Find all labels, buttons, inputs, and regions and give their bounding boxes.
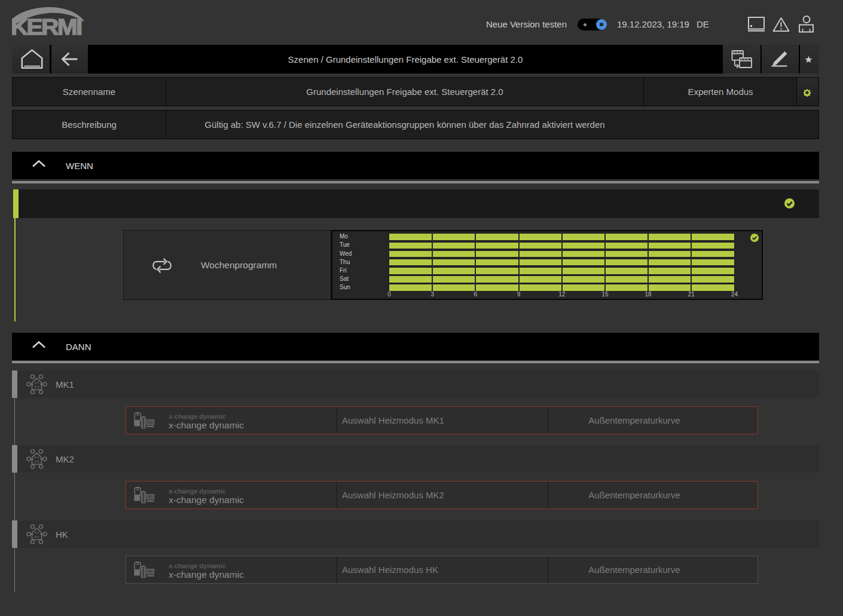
svg-text:KERMI: KERMI (12, 15, 81, 35)
